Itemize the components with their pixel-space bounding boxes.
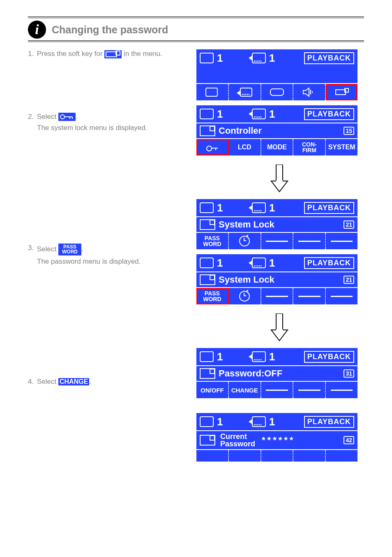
tab-empty — [261, 233, 294, 249]
password-icon: PASS WORD — [58, 244, 81, 255]
empty-tab — [196, 450, 229, 462]
system-lock-title: System Lock — [219, 219, 344, 230]
page-number: 15 — [344, 127, 354, 135]
tab-clock[interactable] — [229, 288, 261, 304]
step-4: 4. Select CHANGE. — [28, 377, 188, 387]
tab-password[interactable]: PASS WORD — [196, 288, 229, 304]
change-icon: CHANGE — [58, 378, 89, 385]
svg-marker-16 — [276, 329, 283, 331]
tab-system[interactable]: SYSTEM — [326, 139, 357, 155]
menu-speaker-icon[interactable] — [293, 84, 326, 100]
info-icon: i — [28, 21, 46, 39]
tab-lcd[interactable]: LCD — [229, 139, 261, 155]
svg-rect-11 — [276, 165, 283, 181]
tab-onoff[interactable]: ON/OFF — [196, 382, 229, 398]
svg-rect-9 — [336, 90, 346, 95]
svg-marker-12 — [271, 181, 288, 192]
step-2: 2. Select . The system lock menu is disp… — [28, 112, 188, 133]
step-3: 3. Select PASS WORD. The password menu i… — [28, 244, 188, 267]
tab-clock[interactable] — [229, 233, 261, 249]
svg-marker-15 — [271, 330, 288, 341]
controller-title-icon — [200, 219, 215, 230]
section-title: Changing the password — [52, 24, 168, 36]
tab-empty — [293, 233, 326, 249]
arrow-down-icon — [196, 160, 362, 199]
monitor-icon — [200, 53, 214, 63]
screen-password: 1 1 PLAYBACK Password:OFF 31 ON/OFF CHAN… — [196, 348, 357, 398]
menu-monitor-icon[interactable] — [196, 84, 229, 100]
menu-camera-icon[interactable] — [229, 84, 261, 100]
screen-system-lock: 1 1 PLAYBACK System Lock 21 PASS WORD — [196, 199, 357, 249]
tab-key[interactable] — [196, 139, 229, 155]
playback-badge: PLAYBACK — [304, 52, 354, 64]
svg-point-2 — [60, 115, 65, 119]
password-stars: ****** — [262, 435, 344, 446]
menu-disc-icon[interactable] — [261, 84, 294, 100]
controller-title-icon — [200, 125, 215, 136]
current-password-label: Current Password — [220, 433, 255, 448]
tab-empty — [326, 233, 357, 249]
monitor-number: 1 — [217, 52, 223, 65]
screen-system-lock-highlight: 1 1 PLAYBACK System Lock 21 PASS WORD — [196, 254, 357, 304]
password-title: Password:OFF — [219, 368, 344, 379]
controller-title: Controller — [219, 125, 344, 136]
screen-current-password: 1 1 PLAYBACK Current Password ****** 42 — [196, 413, 357, 462]
svg-rect-14 — [276, 313, 283, 330]
camera-number: 1 — [269, 52, 275, 65]
svg-rect-0 — [106, 52, 117, 57]
screen-menu: 1 1 PLAYBACK — [196, 49, 357, 100]
menu-controller-icon[interactable] — [326, 84, 357, 100]
svg-marker-6 — [303, 88, 309, 96]
tab-mode[interactable]: MODE — [261, 139, 294, 155]
page-number: 21 — [344, 220, 354, 229]
camera-icon — [252, 53, 266, 63]
step-1: 1. Press the soft key for in the menu. — [28, 49, 188, 59]
screen-controller: 1 1 PLAYBACK Controller 15 LCD MODE CON-… — [196, 105, 357, 155]
svg-marker-13 — [276, 180, 283, 182]
tab-confirm[interactable]: CON- FIRM — [293, 139, 326, 155]
arrow-down-icon — [196, 309, 362, 348]
controller-icon — [104, 50, 122, 58]
key-icon — [58, 113, 76, 121]
tab-change[interactable]: CHANGE — [229, 382, 261, 398]
tab-password[interactable]: PASS WORD — [196, 233, 229, 249]
